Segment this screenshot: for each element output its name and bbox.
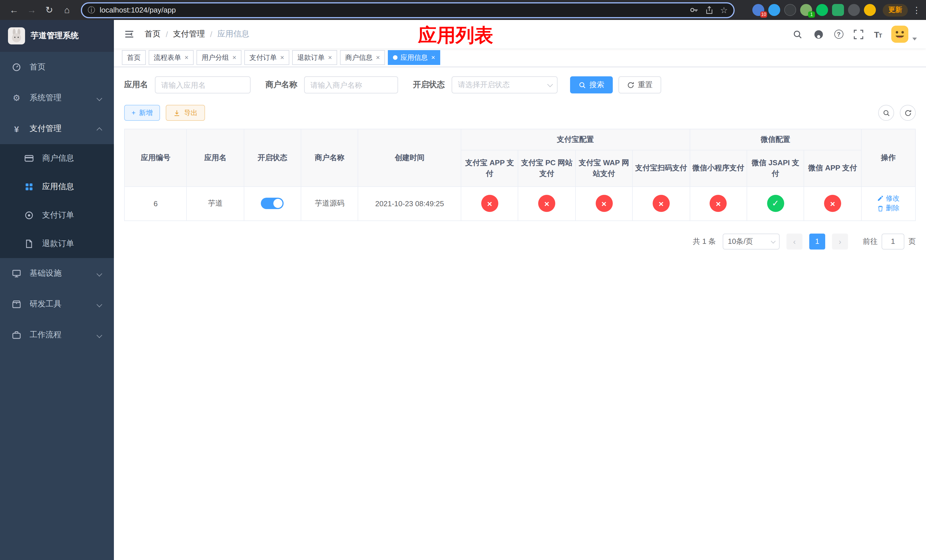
refresh-button[interactable] xyxy=(900,105,916,121)
reload-icon[interactable]: ↻ xyxy=(41,2,57,18)
col-group-wechat: 微信配置 xyxy=(690,129,861,150)
password-key-icon[interactable] xyxy=(689,6,698,14)
avatar[interactable] xyxy=(891,26,908,43)
bookmark-star-icon[interactable]: ☆ xyxy=(720,5,728,15)
sidebar-item-label: 支付管理 xyxy=(30,124,62,134)
status-cross-icon: × xyxy=(824,195,841,212)
credit-card-icon xyxy=(24,153,34,163)
close-icon[interactable]: × xyxy=(280,53,284,62)
close-icon[interactable]: × xyxy=(185,53,189,62)
delete-link[interactable]: 删除 xyxy=(877,203,900,213)
status-select-placeholder: 请选择开启状态 xyxy=(458,80,510,90)
cell-status xyxy=(244,186,301,221)
browser-update-button[interactable]: 更新 xyxy=(883,4,908,16)
chevron-down-icon xyxy=(97,95,102,101)
close-icon[interactable]: × xyxy=(232,53,236,62)
page-number-button[interactable]: 1 xyxy=(809,233,825,249)
payment-submenu: 商户信息 应用信息 支付订单 xyxy=(0,144,114,258)
goto-page-input[interactable] xyxy=(882,233,904,249)
add-button[interactable]: + 新增 xyxy=(124,105,160,121)
back-icon[interactable]: ← xyxy=(6,2,22,18)
toggle-search-button[interactable] xyxy=(878,105,894,121)
tags-view-bar: 首页 流程表单 × 用户分组 × 支付订单 × 退款订单 × xyxy=(114,48,926,67)
extension-icon-3[interactable] xyxy=(784,4,796,16)
extension-icon-4[interactable]: 1 xyxy=(800,4,812,16)
sidebar-item-dev-tools[interactable]: 研发工具 xyxy=(0,289,114,319)
browser-menu-icon[interactable]: ⋮ xyxy=(909,3,920,17)
search-button-label: 搜索 xyxy=(589,80,604,90)
breadcrumb-current: 应用信息 xyxy=(218,29,250,39)
hamburger-icon[interactable] xyxy=(123,28,136,41)
next-page-button[interactable]: › xyxy=(832,233,848,249)
reset-button[interactable]: 重置 xyxy=(619,76,661,94)
status-select[interactable]: 请选择开启状态 xyxy=(452,76,558,94)
active-dot xyxy=(393,55,398,60)
breadcrumb-home[interactable]: 首页 xyxy=(145,29,160,39)
url-text[interactable]: localhost:1024/pay/app xyxy=(100,6,685,14)
sidebar-item-workflow[interactable]: 工作流程 xyxy=(0,319,114,350)
pagination: 共 1 条 10条/页 ‹ 1 › 前往 页 xyxy=(124,233,916,249)
add-button-label: 新增 xyxy=(139,108,153,118)
close-icon[interactable]: × xyxy=(431,53,435,62)
sidebar-item-label: 系统管理 xyxy=(30,93,62,103)
col-wechat-mini: 微信小程序支付 xyxy=(690,150,747,186)
tab-pay-order[interactable]: 支付订单 × xyxy=(244,50,289,65)
page-content: 应用名 商户名称 开启状态 请选择开启状态 xyxy=(114,67,926,560)
table-header-row-1: 应用编号 应用名 开启状态 商户名称 创建时间 支付宝配置 微信配置 操作 xyxy=(124,129,915,150)
extension-icon-6[interactable] xyxy=(832,4,844,16)
caret-down-icon[interactable] xyxy=(912,38,917,41)
address-bar[interactable]: ⓘ localhost:1024/pay/app ☆ xyxy=(81,2,735,18)
sidebar: 芋道管理系统 首页 ⚙ 系统管理 ¥ 支付管理 xyxy=(0,20,114,560)
logo-avatar xyxy=(8,27,25,44)
extension-icon-5[interactable] xyxy=(816,4,828,16)
share-icon[interactable] xyxy=(705,6,713,14)
tab-app-info[interactable]: 应用信息 × xyxy=(388,50,440,65)
breadcrumb-separator: / xyxy=(166,30,168,39)
tab-label: 用户分组 xyxy=(201,53,229,62)
prev-page-button[interactable]: ‹ xyxy=(787,233,802,249)
github-icon[interactable] xyxy=(813,29,825,40)
tab-user-group[interactable]: 用户分组 × xyxy=(197,50,242,65)
tab-label: 流程表单 xyxy=(154,53,181,62)
help-icon[interactable]: ? xyxy=(834,30,843,39)
extension-icon-1[interactable]: 10 xyxy=(752,4,764,16)
status-cross-icon: × xyxy=(481,195,498,212)
search-icon[interactable] xyxy=(792,29,803,40)
extension-icon-7[interactable] xyxy=(848,4,860,16)
table-row: 6 芋道 芋道源码 2021-10-23 08:49:25 × × × × × … xyxy=(124,186,915,221)
sidebar-item-refund-order[interactable]: 退款订单 xyxy=(0,230,114,258)
sidebar-item-app-info[interactable]: 应用信息 xyxy=(0,173,114,201)
chevron-up-icon xyxy=(97,127,102,133)
col-status: 开启状态 xyxy=(244,129,301,186)
extension-icon-2[interactable] xyxy=(768,4,780,16)
sidebar-item-pay-order[interactable]: 支付订单 xyxy=(0,201,114,230)
tab-refund-order[interactable]: 退款订单 × xyxy=(292,50,337,65)
sidebar-item-payment[interactable]: ¥ 支付管理 xyxy=(0,114,114,144)
sidebar-item-infra[interactable]: 基础设施 xyxy=(0,258,114,289)
page-size-select[interactable]: 10条/页 xyxy=(723,233,780,249)
close-icon[interactable]: × xyxy=(328,53,332,62)
edit-link[interactable]: 修改 xyxy=(877,194,900,203)
fullscreen-icon[interactable] xyxy=(853,29,864,40)
site-info-icon[interactable]: ⓘ xyxy=(88,5,95,15)
tab-merchant-info[interactable]: 商户信息 × xyxy=(340,50,385,65)
sidebar-item-system[interactable]: ⚙ 系统管理 xyxy=(0,83,114,114)
tab-home[interactable]: 首页 xyxy=(122,50,146,65)
search-button[interactable]: 搜索 xyxy=(570,76,613,94)
tab-flow-form[interactable]: 流程表单 × xyxy=(149,50,194,65)
sidebar-item-home[interactable]: 首页 xyxy=(0,52,114,83)
forward-icon[interactable]: → xyxy=(23,2,40,18)
sidebar-item-merchant-info[interactable]: 商户信息 xyxy=(0,144,114,173)
merchant-name-input[interactable] xyxy=(304,76,398,94)
home-icon[interactable]: ⌂ xyxy=(59,2,75,18)
export-button[interactable]: 导出 xyxy=(166,105,205,121)
extension-icon-8[interactable] xyxy=(864,4,876,16)
app-name-label: 应用名 xyxy=(124,80,148,90)
app-name-input[interactable] xyxy=(155,76,251,94)
breadcrumb-payment[interactable]: 支付管理 xyxy=(173,29,205,39)
font-size-icon[interactable]: TT xyxy=(874,29,882,39)
status-cross-icon: × xyxy=(653,195,670,212)
chevron-down-icon xyxy=(97,332,102,338)
close-icon[interactable]: × xyxy=(376,53,380,62)
status-toggle[interactable] xyxy=(261,198,284,209)
